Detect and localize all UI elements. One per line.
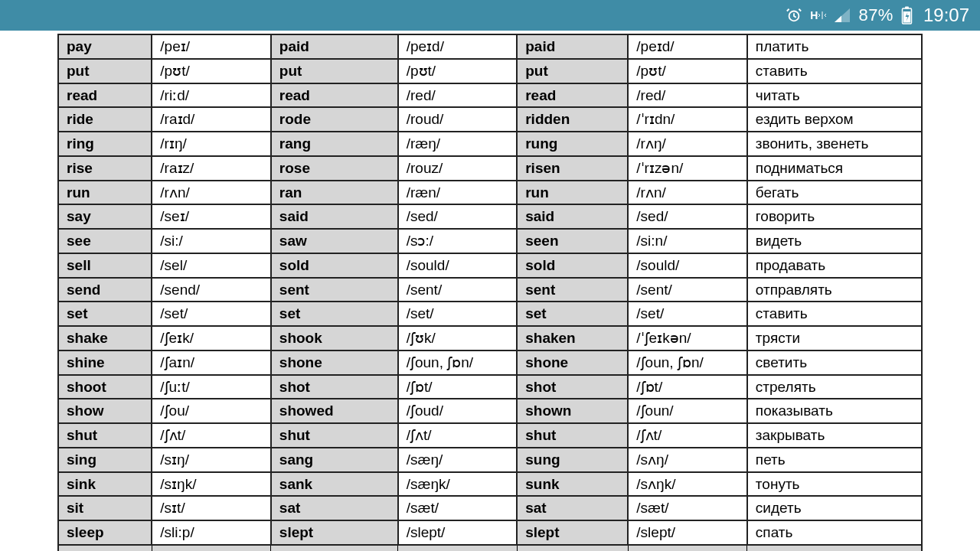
verb-ipa-base: /raɪz/ (152, 156, 271, 181)
verb-translation: ставить (747, 302, 922, 326)
verb-ipa-pp: /set/ (628, 302, 747, 326)
verb-translation: продавать (747, 253, 922, 278)
verb-past: put (271, 59, 398, 83)
irregular-verbs-table: pay/peɪ/paid/peɪd/paid/peɪd/платитьput/p… (57, 34, 923, 551)
verb-pp: risen (517, 156, 628, 181)
verb-ipa-base: /ʃeɪk/ (152, 326, 271, 350)
verb-ipa-base: /ʃou/ (152, 399, 271, 423)
verb-pp: shone (517, 350, 628, 375)
verb-ipa-base: /ʃuːt/ (152, 375, 271, 399)
verb-ipa-past: /sed/ (398, 204, 518, 229)
verb-ipa-pp: /pʊt/ (628, 59, 747, 83)
verb-translation: петь (747, 448, 922, 472)
verb-ipa-pp: /peɪd/ (628, 34, 747, 59)
verb-ipa-past: /sæŋ/ (398, 448, 518, 472)
verb-base: sink (58, 472, 152, 497)
table-row: put/pʊt/put/pʊt/put/pʊt/ставить (58, 59, 922, 83)
verb-pp: sung (517, 448, 628, 472)
verb-pp: put (517, 59, 628, 83)
verb-ipa-base: /sli:p/ (152, 520, 271, 545)
verb-translation: трясти (747, 326, 922, 350)
verb-pp: rung (517, 132, 628, 156)
verb-pp: sold (517, 253, 628, 278)
verb-past: shut (271, 423, 398, 448)
verb-base: sing (58, 448, 152, 472)
verb-past: ran (271, 181, 398, 205)
verb-past: sold (271, 253, 398, 278)
verb-ipa-base: /send/ (152, 278, 271, 302)
verb-base: sit (58, 496, 152, 520)
verb-ipa-past: /rouz/ (398, 156, 518, 181)
verb-ipa-pp: /si:n/ (628, 229, 747, 253)
verb-ipa-pp: /sʌŋ/ (628, 448, 747, 472)
verb-pp: shaken (517, 326, 628, 350)
battery-percentage: 87% (858, 5, 893, 25)
verb-pp: shot (517, 375, 628, 399)
verb-ipa-past: /ʃɒt/ (398, 375, 518, 399)
document-viewport[interactable]: pay/peɪ/paid/peɪd/paid/peɪd/платитьput/p… (0, 31, 980, 551)
verb-ipa-past: /pʊt/ (398, 59, 518, 83)
table-row: show/ʃou/showed/ʃoud/shown/ʃoun/показыва… (58, 399, 922, 423)
verb-ipa-pp: /rʌn/ (628, 181, 747, 205)
table-row: say/seɪ/said/sed/said/sed/говорить (58, 204, 922, 229)
table-row: ring/rɪŋ/rang/ræŋ/rung/rʌŋ/звонить, звен… (58, 132, 922, 156)
table-row: sit/sɪt/sat/sæt/sat/sæt/сидеть (58, 496, 922, 520)
verb-past: sank (271, 472, 398, 497)
verb-translation: бегать (747, 181, 922, 205)
verb-ipa-past: /ræŋ/ (398, 132, 518, 156)
table-row: shoot/ʃuːt/shot/ʃɒt/shot/ʃɒt/стрелять (58, 375, 922, 399)
verb-base: see (58, 229, 152, 253)
table-row: ride/raɪd/rode/roud/ridden/ˈrɪdn/ездить … (58, 107, 922, 132)
table-row: read/riːd/read/red/read/red/читать (58, 83, 922, 108)
verb-ipa-past: /slept/ (398, 520, 518, 545)
verb-ipa-base: /sɪŋk/ (152, 472, 271, 497)
table-row: send/send/sent/sent/sent/sent/отправлять (58, 278, 922, 302)
verb-past: sang (271, 448, 398, 472)
verb-ipa-base: /pʊt/ (152, 59, 271, 83)
verb-past: saw (271, 229, 398, 253)
verb-ipa-base: /raɪd/ (152, 107, 271, 132)
verb-base: send (58, 278, 152, 302)
verb-past: shot (271, 375, 398, 399)
battery-charging-icon (901, 6, 913, 24)
verb-past: sent (271, 278, 398, 302)
verb-ipa-base: /set/ (152, 302, 271, 326)
verb-ipa-past: /peɪd/ (398, 34, 518, 59)
table-row: sell/sel/sold/sould/sold/sould/продавать (58, 253, 922, 278)
table-row: sink/sɪŋk/sank/sæŋk/sunk/sʌŋk/тонуть (58, 472, 922, 497)
verb-ipa-past: /sent/ (398, 278, 518, 302)
verb-translation: тонуть (747, 472, 922, 497)
verb-base: shine (58, 350, 152, 375)
verb-pp: set (517, 302, 628, 326)
verb-past: shook (271, 326, 398, 350)
verb-pp: paid (517, 34, 628, 59)
verb-ipa-pp: /ʃʌt/ (628, 423, 747, 448)
verb-ipa-past: /ʃoud/ (398, 399, 518, 423)
verb-ipa-past: /roud/ (398, 107, 518, 132)
verb-ipa-pp: /sent/ (628, 278, 747, 302)
verb-pp: seen (517, 229, 628, 253)
verb-past: read (271, 83, 398, 108)
table-row: rise/raɪz/rose/rouz/risen/ˈrɪzən/поднима… (58, 156, 922, 181)
verb-base: say (58, 204, 152, 229)
verb-ipa-base: /sɪŋ/ (152, 448, 271, 472)
verb-ipa-pp: /ʃɒt/ (628, 375, 747, 399)
network-h-label: H (810, 10, 818, 21)
verb-base: sleep (58, 520, 152, 545)
verb-translation: сидеть (747, 496, 922, 520)
verb-translation: платить (747, 34, 922, 59)
verb-ipa-pp: /sould/ (628, 253, 747, 278)
verb-past: rose (271, 156, 398, 181)
verb-ipa-past: /sæŋk/ (398, 472, 518, 497)
verb-ipa-pp: /ʃoun/ (628, 399, 747, 423)
android-status-bar: H 87% 19:07 (0, 0, 980, 31)
verb-translation: ездить верхом (747, 107, 922, 132)
verb-ipa-past: /sɔ:/ (398, 229, 518, 253)
verb-ipa-pp: /rʌŋ/ (628, 132, 747, 156)
verb-ipa-base: /ʃʌt/ (152, 423, 271, 448)
verb-past: showed (271, 399, 398, 423)
verb-past: rode (271, 107, 398, 132)
verb-ipa-base: /rɪŋ/ (152, 132, 271, 156)
verb-translation: светить (747, 350, 922, 375)
verb-base: shake (58, 326, 152, 350)
